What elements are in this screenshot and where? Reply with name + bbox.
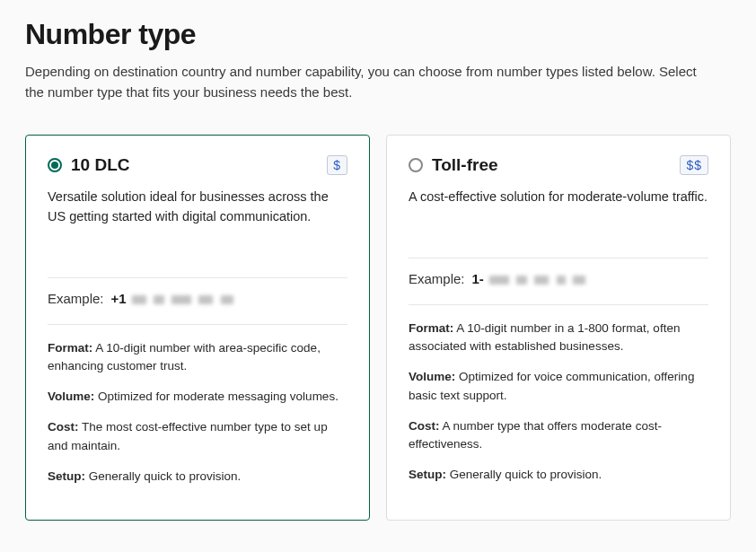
example-label: Example:: [409, 271, 465, 286]
detail-setup: Setup: Generally quick to provision.: [48, 468, 347, 486]
page-subtitle: Depending on destination country and num…: [25, 62, 708, 102]
card-description: A cost-effective solution for moderate-v…: [409, 188, 708, 207]
card-title: Toll-free: [432, 155, 498, 175]
example-label: Example:: [48, 291, 104, 306]
detail-volume: Volume: Optimized for moderate messaging…: [48, 388, 347, 406]
detail-cost: Cost: The most cost-effective number typ…: [48, 418, 347, 455]
detail-cost: Cost: A number type that offers moderate…: [409, 417, 708, 454]
card-title: 10 DLC: [71, 155, 129, 175]
detail-format: Format: A 10-digit number with area-spec…: [48, 339, 347, 376]
detail-format: Format: A 10-digit number in a 1-800 for…: [409, 320, 708, 356]
divider: [409, 258, 708, 258]
example-row: Example: +1: [48, 291, 347, 306]
card-description: Versatile solution ideal for businesses …: [48, 188, 347, 227]
detail-volume: Volume: Optimized for voice communicatio…: [409, 368, 708, 405]
example-row: Example: 1-: [409, 271, 708, 286]
example-value: 1-: [472, 271, 585, 286]
option-card-10dlc[interactable]: 10 DLC $ Versatile solution ideal for bu…: [25, 135, 370, 521]
divider: [409, 304, 708, 305]
page-title: Number type: [25, 18, 731, 51]
radio-unselected-icon[interactable]: [409, 158, 423, 172]
example-value: +1: [111, 291, 233, 306]
price-badge: $$: [680, 155, 708, 175]
divider: [48, 324, 347, 325]
option-card-tollfree[interactable]: Toll-free $$ A cost-effective solution f…: [386, 135, 731, 521]
price-badge: $: [327, 155, 347, 175]
radio-selected-icon[interactable]: [48, 158, 62, 172]
detail-setup: Setup: Generally quick to provision.: [409, 466, 708, 484]
divider: [48, 277, 347, 278]
